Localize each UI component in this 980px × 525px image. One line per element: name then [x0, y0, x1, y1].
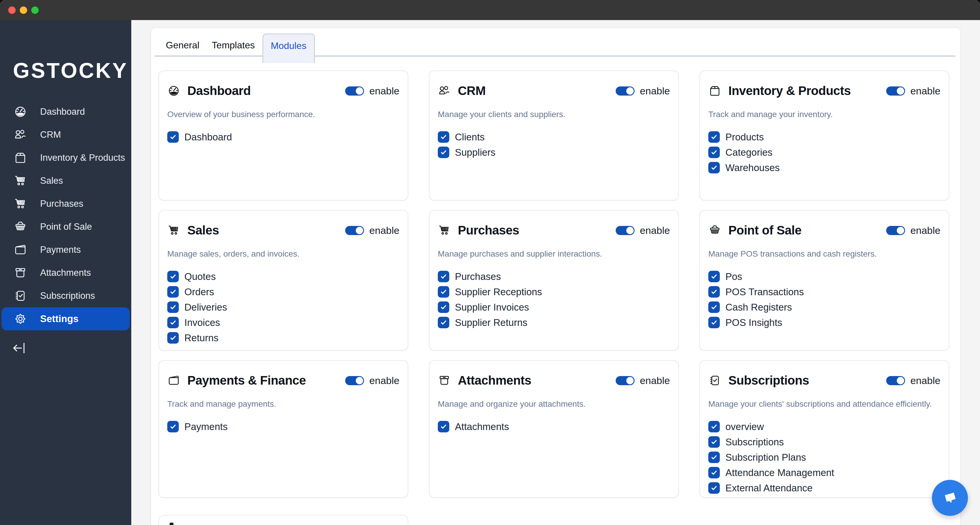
checkbox-checked-icon[interactable]	[167, 317, 179, 328]
feature-checkbox-row[interactable]: External Attendance	[708, 482, 940, 494]
module-enable-toggle[interactable]	[345, 86, 364, 95]
package-icon	[14, 151, 27, 165]
checkbox-checked-icon[interactable]	[438, 146, 449, 158]
checkbox-checked-icon[interactable]	[438, 286, 449, 298]
feature-checkbox-row[interactable]: POS Insights	[708, 317, 940, 328]
feature-checkbox-row[interactable]: Subscription Plans	[708, 452, 940, 463]
module-card-subscriptions: SubscriptionsenableManage your clients' …	[700, 360, 949, 498]
feature-label: Products	[725, 132, 764, 143]
feature-checkbox-row[interactable]: Categories	[708, 146, 940, 158]
feature-checkbox-row[interactable]: Attachments	[438, 421, 670, 433]
gauge-icon	[14, 105, 27, 119]
checkbox-checked-icon[interactable]	[708, 286, 720, 298]
checkbox-checked-icon[interactable]	[438, 421, 449, 433]
feature-checkbox-row[interactable]: Returns	[167, 332, 399, 344]
module-card-crm: CRMenableManage your clients and supplie…	[429, 70, 679, 200]
checkbox-checked-icon[interactable]	[708, 162, 720, 173]
checkbox-checked-icon[interactable]	[708, 301, 720, 313]
module-title: Point of Sale	[729, 223, 802, 237]
feature-checkbox-row[interactable]: Deliveries	[167, 301, 399, 313]
feature-checkbox-row[interactable]: POS Transactions	[708, 286, 940, 298]
checkbox-checked-icon[interactable]	[708, 467, 720, 479]
feature-checkbox-row[interactable]: Supplier Invoices	[438, 301, 670, 313]
checkbox-checked-icon[interactable]	[438, 301, 449, 313]
sidebar-item-dashboard[interactable]: Dashboard	[0, 100, 131, 123]
settings-tabs: GeneralTemplatesModules	[161, 33, 315, 63]
module-card-dashboard: DashboardenableOverview of your business…	[158, 70, 408, 200]
subscriptions-icon	[14, 289, 27, 302]
tab-general[interactable]: General	[161, 33, 204, 57]
feature-checkbox-row[interactable]: Products	[708, 131, 940, 143]
module-enable-toggle[interactable]	[616, 86, 635, 95]
feature-label: Suppliers	[455, 147, 496, 158]
sidebar-item-attachments[interactable]: Attachments	[0, 261, 131, 284]
checkbox-checked-icon[interactable]	[708, 317, 720, 328]
checkbox-checked-icon[interactable]	[438, 317, 449, 328]
users-icon	[14, 128, 27, 142]
feature-checkbox-row[interactable]: Attendance Management	[708, 467, 940, 479]
module-enable-toggle[interactable]	[616, 226, 635, 235]
module-feature-list: Attachments	[438, 421, 670, 433]
checkbox-checked-icon[interactable]	[708, 421, 720, 433]
package-icon	[708, 84, 721, 97]
checkbox-checked-icon[interactable]	[167, 271, 179, 282]
sidebar-item-purchases[interactable]: Purchases	[0, 192, 131, 215]
checkbox-checked-icon[interactable]	[167, 332, 179, 344]
feature-checkbox-row[interactable]: overview	[708, 421, 940, 433]
module-description: Manage sales, orders, and invoices.	[167, 249, 399, 259]
module-card-inventory-and-products: Inventory & ProductsenableTrack and mana…	[700, 70, 949, 200]
sidebar-item-sales[interactable]: Sales	[0, 169, 131, 192]
close-window-button[interactable]	[8, 6, 16, 14]
checkbox-checked-icon[interactable]	[708, 271, 720, 282]
tab-templates[interactable]: Templates	[207, 33, 259, 57]
feature-checkbox-row[interactable]: Supplier Returns	[438, 317, 670, 328]
checkbox-checked-icon[interactable]	[438, 131, 449, 143]
checkbox-checked-icon[interactable]	[167, 286, 179, 298]
feature-checkbox-row[interactable]: Subscriptions	[708, 436, 940, 448]
checkbox-checked-icon[interactable]	[167, 421, 179, 433]
module-toggle-group: enable	[616, 375, 670, 387]
wallet-icon	[14, 243, 27, 256]
module-card-header: Payments & Financeenable	[167, 361, 399, 387]
module-enable-toggle[interactable]	[886, 226, 905, 235]
feature-checkbox-row[interactable]: Cash Registers	[708, 301, 940, 313]
feature-checkbox-row[interactable]: Quotes	[167, 271, 399, 282]
checkbox-checked-icon[interactable]	[438, 271, 449, 282]
module-enable-toggle[interactable]	[886, 376, 905, 385]
module-enable-toggle[interactable]	[345, 226, 364, 235]
module-enable-toggle[interactable]	[886, 86, 905, 95]
sidebar-item-settings[interactable]: Settings	[2, 307, 130, 330]
module-card-purchases: PurchasesenableManage purchases and supp…	[429, 210, 679, 351]
feature-checkbox-row[interactable]: Pos	[708, 271, 940, 282]
feature-checkbox-row[interactable]: Invoices	[167, 317, 399, 328]
feature-checkbox-row[interactable]: Suppliers	[438, 146, 670, 158]
chat-widget-button[interactable]	[932, 480, 968, 516]
sidebar-collapse-button[interactable]	[11, 340, 27, 355]
minimize-window-button[interactable]	[20, 6, 27, 14]
module-enable-toggle[interactable]	[345, 376, 364, 385]
checkbox-checked-icon[interactable]	[708, 436, 720, 448]
feature-checkbox-row[interactable]: Payments	[167, 421, 399, 433]
feature-checkbox-row[interactable]: Dashboard	[167, 131, 399, 143]
module-title: Sales	[187, 223, 219, 237]
feature-checkbox-row[interactable]: Warehouses	[708, 162, 940, 173]
zoom-window-button[interactable]	[31, 6, 39, 14]
sidebar-item-point-of-sale[interactable]: Point of Sale	[0, 215, 131, 238]
feature-checkbox-row[interactable]: Orders	[167, 286, 399, 298]
module-enable-toggle[interactable]	[616, 376, 635, 385]
checkbox-checked-icon[interactable]	[167, 301, 179, 313]
sidebar-item-crm[interactable]: CRM	[0, 123, 131, 146]
feature-checkbox-row[interactable]: Purchases	[438, 271, 670, 282]
checkbox-checked-icon[interactable]	[708, 146, 720, 158]
sidebar-item-payments[interactable]: Payments	[0, 238, 131, 261]
tab-modules[interactable]: Modules	[262, 33, 315, 63]
feature-checkbox-row[interactable]: Supplier Receptions	[438, 286, 670, 298]
checkbox-checked-icon[interactable]	[708, 131, 720, 143]
gauge-icon	[167, 84, 180, 97]
checkbox-checked-icon[interactable]	[167, 131, 179, 143]
sidebar-item-inventory-and-products[interactable]: Inventory & Products	[0, 146, 131, 169]
checkbox-checked-icon[interactable]	[708, 482, 720, 494]
checkbox-checked-icon[interactable]	[708, 452, 720, 463]
sidebar-item-subscriptions[interactable]: Subscriptions	[0, 284, 131, 307]
feature-checkbox-row[interactable]: Clients	[438, 131, 670, 143]
